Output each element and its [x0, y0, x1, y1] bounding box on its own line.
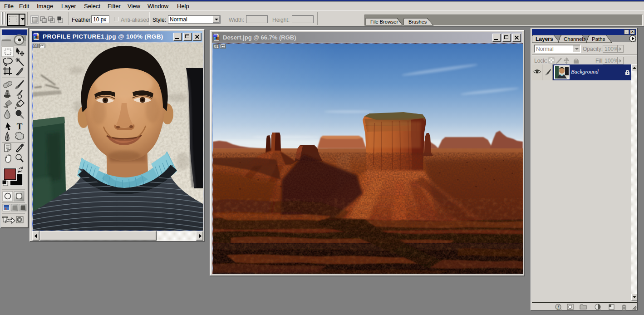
svg-text:Channels: Channels — [564, 36, 586, 42]
svg-text:T: T — [17, 122, 23, 131]
svg-text:Paths: Paths — [592, 36, 605, 42]
svg-text:Layers: Layers — [536, 36, 553, 42]
svg-text:File Browser: File Browser — [370, 19, 398, 25]
svg-text:Brushes: Brushes — [408, 19, 427, 25]
